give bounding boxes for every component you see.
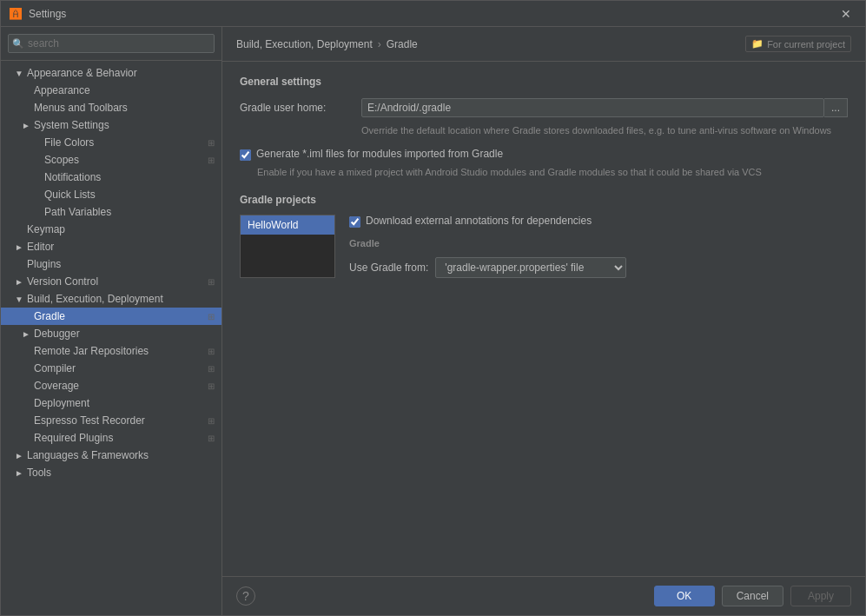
download-annotations-label: Download external annotations for depend…: [366, 215, 592, 227]
sidebar-item-required-plugins[interactable]: Required Plugins ⊞: [1, 429, 221, 447]
generate-iml-row: Generate *.iml files for modules importe…: [240, 148, 848, 161]
external-icon: ⊞: [208, 416, 215, 426]
app-icon: 🅰: [10, 7, 23, 21]
settings-body: General settings Gradle user home: ... O…: [222, 62, 865, 576]
sidebar-item-label: Espresso Test Recorder: [34, 414, 145, 427]
sidebar-item-build-execution[interactable]: ▼ Build, Execution, Deployment: [1, 290, 221, 308]
project-scope-label: For current project: [767, 39, 845, 50]
section-title: General settings: [240, 76, 848, 88]
gradle-label: Gradle: [349, 238, 848, 248]
arrow-icon: ▼: [15, 69, 23, 78]
window-title: Settings: [29, 8, 836, 20]
sidebar-item-label: Appearance: [34, 84, 90, 96]
generate-iml-label: Generate *.iml files for modules importe…: [256, 148, 503, 160]
sidebar-item-appearance-behavior[interactable]: ▼ Appearance & Behavior: [1, 64, 221, 82]
arrow-icon: ►: [15, 451, 23, 460]
use-gradle-label: Use Gradle from:: [349, 262, 428, 274]
sidebar-item-system-settings[interactable]: ► System Settings: [1, 116, 221, 134]
arrow-icon: ►: [22, 121, 30, 130]
sidebar-item-file-colors[interactable]: File Colors ⊞: [1, 134, 221, 151]
apply-button[interactable]: Apply: [790, 586, 851, 606]
sidebar-item-appearance[interactable]: Appearance: [1, 82, 221, 99]
sidebar-item-remote-jar[interactable]: Remote Jar Repositories ⊞: [1, 342, 221, 360]
sidebar-item-label: Scopes: [44, 154, 79, 166]
breadcrumb-path-2: Gradle: [387, 38, 418, 50]
sidebar-item-tools[interactable]: ► Tools: [1, 464, 221, 481]
project-list-item[interactable]: HelloWorld: [241, 215, 334, 235]
sidebar-item-quick-lists[interactable]: Quick Lists: [1, 186, 221, 203]
gradle-from-select[interactable]: 'gradle-wrapper.properties' file Specifi…: [435, 257, 626, 278]
close-button[interactable]: ✕: [836, 5, 856, 23]
arrow-icon: ►: [15, 277, 23, 287]
arrow-icon: ►: [15, 242, 23, 252]
external-icon: ⊞: [208, 312, 215, 321]
generate-iml-hint: Enable if you have a mixed project with …: [257, 166, 848, 179]
nav-tree: ▼ Appearance & Behavior Appearance Menus…: [1, 61, 221, 615]
sidebar-item-deployment[interactable]: Deployment: [1, 394, 221, 412]
external-icon: ⊞: [208, 347, 215, 356]
sidebar-item-label: Notifications: [44, 171, 101, 183]
sidebar-item-label: Remote Jar Repositories: [34, 345, 149, 357]
right-panel: Build, Execution, Deployment › Gradle 📁 …: [222, 27, 865, 615]
title-bar: 🅰 Settings ✕: [1, 1, 865, 27]
sidebar-item-gradle[interactable]: Gradle ⊞: [1, 308, 221, 325]
project-list: HelloWorld: [240, 215, 335, 278]
sidebar-item-plugins[interactable]: Plugins: [1, 255, 221, 273]
sidebar-item-scopes[interactable]: Scopes ⊞: [1, 151, 221, 169]
sidebar-item-notifications[interactable]: Notifications: [1, 169, 221, 186]
use-gradle-row: Use Gradle from: 'gradle-wrapper.propert…: [349, 257, 848, 278]
sidebar-item-path-variables[interactable]: Path Variables: [1, 203, 221, 221]
sidebar-item-label: Compiler: [34, 362, 76, 374]
sidebar-item-label: Coverage: [34, 380, 79, 392]
sidebar-item-label: Tools: [27, 467, 51, 479]
cancel-button[interactable]: Cancel: [722, 586, 783, 606]
sidebar-item-coverage[interactable]: Coverage ⊞: [1, 377, 221, 394]
ok-button[interactable]: OK: [654, 586, 715, 606]
sidebar-item-label: Appearance & Behavior: [27, 67, 137, 79]
external-icon: ⊞: [208, 156, 215, 165]
sidebar-item-debugger[interactable]: ► Debugger: [1, 325, 221, 342]
sidebar-item-languages-frameworks[interactable]: ► Languages & Frameworks: [1, 447, 221, 464]
browse-button[interactable]: ...: [824, 98, 848, 117]
sidebar-item-label: Editor: [27, 241, 54, 253]
search-icon: 🔍: [12, 38, 24, 50]
project-icon: 📁: [751, 38, 764, 50]
gradle-projects-title: Gradle projects: [240, 194, 848, 206]
sidebar-item-menus-toolbars[interactable]: Menus and Toolbars: [1, 99, 221, 116]
external-icon: ⊞: [208, 434, 215, 443]
gradle-user-home-row: Gradle user home: ...: [240, 98, 848, 117]
sidebar-item-label: Languages & Frameworks: [27, 449, 149, 461]
sidebar-item-version-control[interactable]: ► Version Control ⊞: [1, 273, 221, 290]
project-scope-badge: 📁 For current project: [745, 36, 851, 52]
gradle-user-home-label: Gradle user home:: [240, 102, 353, 114]
sidebar-item-label: Menus and Toolbars: [34, 102, 128, 114]
help-button[interactable]: ?: [236, 586, 255, 606]
sidebar-item-label: Quick Lists: [44, 189, 96, 201]
breadcrumb-path-1: Build, Execution, Deployment: [236, 38, 373, 50]
gradle-home-hint: Override the default location where Grad…: [361, 124, 848, 137]
sidebar-item-label: Build, Execution, Deployment: [27, 293, 163, 305]
gradle-user-home-input[interactable]: [361, 98, 824, 117]
external-icon: ⊞: [208, 364, 215, 374]
sidebar-item-keymap[interactable]: Keymap: [1, 221, 221, 238]
sidebar-item-label: Debugger: [34, 328, 80, 340]
sidebar-item-espresso[interactable]: Espresso Test Recorder ⊞: [1, 412, 221, 429]
sidebar-item-label: Keymap: [27, 223, 65, 235]
sidebar-item-label: Plugins: [27, 258, 61, 270]
external-icon: ⊞: [208, 381, 215, 391]
generate-iml-checkbox[interactable]: [240, 149, 251, 161]
sidebar-item-compiler[interactable]: Compiler ⊞: [1, 360, 221, 377]
sidebar-item-label: Deployment: [34, 397, 89, 409]
sidebar-item-editor[interactable]: ► Editor: [1, 238, 221, 255]
sidebar-item-label: Version Control: [27, 275, 98, 288]
gradle-user-home-input-group: ...: [361, 98, 848, 117]
arrow-icon: ▼: [15, 295, 23, 304]
download-annotations-checkbox[interactable]: [349, 216, 360, 228]
sidebar-item-label: Required Plugins: [34, 432, 113, 444]
search-box: 🔍: [1, 27, 221, 61]
bottom-bar: ? OK Cancel Apply: [222, 576, 865, 615]
search-input[interactable]: [8, 34, 215, 53]
sidebar-item-label: System Settings: [34, 119, 109, 131]
sidebar-item-label: Gradle: [34, 310, 65, 322]
breadcrumb: Build, Execution, Deployment › Gradle 📁 …: [222, 27, 865, 62]
